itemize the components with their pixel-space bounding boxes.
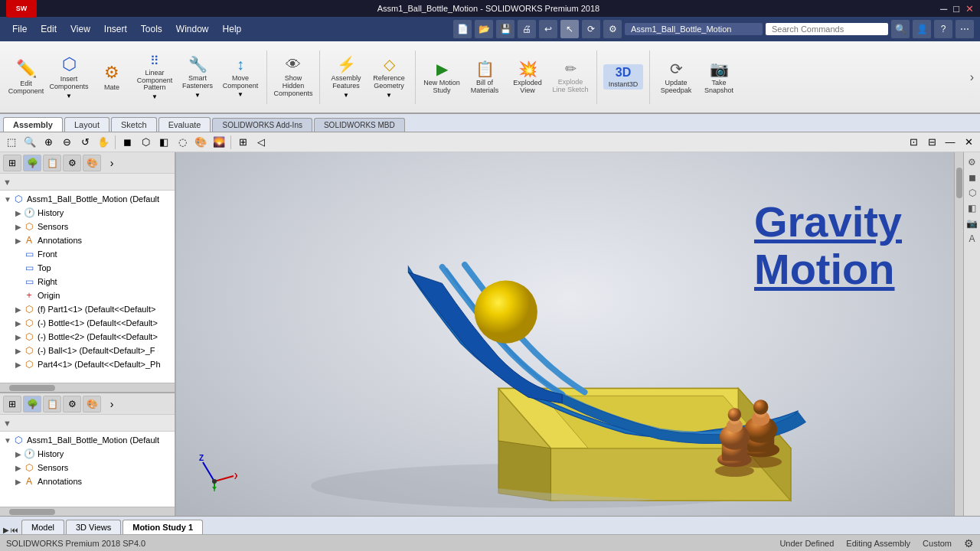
rp-annotation-icon[interactable]: A: [965, 232, 979, 246]
bottom-panel-h-scrollbar[interactable]: [0, 507, 175, 516]
ribbon-btn-assembly-features[interactable]: ⚡ Assembly Features ▼: [326, 54, 366, 100]
tree-item-history[interactable]: ▶ 🕐 History: [2, 206, 173, 220]
display-style-icon[interactable]: ◼: [119, 135, 136, 150]
search-button[interactable]: 🔍: [891, 20, 910, 38]
tree-root[interactable]: ▼ ⬡ Assm1_Ball_Bottle_Motion (Default: [2, 192, 173, 206]
ribbon-btn-update-speedpak[interactable]: ⟳ Update Speedpak: [656, 58, 696, 96]
tree-item-annotations[interactable]: ▶ A Annotations: [2, 233, 173, 247]
collapse-panel-icon[interactable]: ⊟: [923, 135, 940, 150]
undo-icon[interactable]: ↩: [539, 20, 557, 38]
ribbon-btn-edit-component[interactable]: ✏️ Edit Component: [6, 57, 46, 97]
tab-evaluate[interactable]: Evaluate: [158, 117, 211, 132]
tab-assembly[interactable]: Assembly: [3, 117, 63, 132]
print-icon[interactable]: 🖨: [518, 20, 536, 38]
tree-item-bottle1[interactable]: ▶ ⬡ (-) Bottle<1> (Default<<Default>: [2, 316, 173, 330]
sensors-expand-icon[interactable]: ▶: [14, 223, 23, 231]
window-controls[interactable]: ─ □ ✕: [940, 3, 974, 15]
feature-tree-btn[interactable]: 🌳: [23, 155, 41, 171]
filter-icon-btn[interactable]: ⊞: [3, 155, 21, 171]
bottom-property-btn[interactable]: 📋: [43, 396, 61, 412]
play-button[interactable]: ▶: [3, 526, 9, 534]
search-commands-field[interactable]: [766, 23, 888, 35]
motion-root-expand[interactable]: ▼: [3, 436, 12, 445]
motion-tree-annotations[interactable]: ▶ A Annotations: [2, 474, 173, 488]
options-icon[interactable]: ⚙: [603, 20, 622, 38]
motion-annotations-expand[interactable]: ▶: [14, 478, 23, 486]
hide-show-icon[interactable]: ◌: [174, 135, 191, 150]
rp-camera-icon[interactable]: 📷: [965, 217, 979, 230]
view-orient-icon[interactable]: ⬡: [137, 135, 154, 150]
tree-item-sensors[interactable]: ▶ ⬡ Sensors: [2, 220, 173, 233]
rp-display-icon[interactable]: ◼: [965, 171, 979, 184]
bottom-config-btn[interactable]: ⚙: [63, 396, 81, 412]
menu-insert[interactable]: Insert: [98, 22, 133, 36]
zoom-area-icon[interactable]: 🔍: [21, 135, 38, 150]
more-icon[interactable]: ⋯: [956, 20, 974, 38]
bottom-tab-motion-study[interactable]: Motion Study 1: [122, 520, 203, 534]
rp-view-icon[interactable]: ⬡: [965, 186, 979, 200]
ball1-expand-icon[interactable]: ▶: [14, 347, 23, 355]
rebuild-icon[interactable]: ⟳: [582, 20, 600, 38]
scene-icon[interactable]: 🌄: [211, 135, 227, 150]
config-btn[interactable]: ⚙: [63, 155, 81, 171]
tab-layout[interactable]: Layout: [64, 117, 109, 132]
tree-item-part1[interactable]: ▶ ⬡ (f) Part1<1> (Default<<Default>: [2, 302, 173, 316]
tree-item-bottle2[interactable]: ▶ ⬡ (-) Bottle<2> (Default<<Default>: [2, 330, 173, 344]
expand-panel-icon[interactable]: ⊡: [905, 135, 922, 150]
ribbon-btn-insert-components[interactable]: ⬡ Insert Components ▼: [49, 53, 89, 101]
tree-item-top[interactable]: ▭ Top: [2, 261, 173, 275]
tree-item-front[interactable]: ▭ Front: [2, 247, 173, 261]
ribbon-btn-smart-fasteners[interactable]: 🔧 Smart Fasteners ▼: [178, 54, 217, 100]
account-icon[interactable]: 👤: [913, 20, 931, 38]
min-panel-icon[interactable]: —: [942, 135, 959, 150]
bottom-panel-expand-arrow[interactable]: ›: [103, 396, 121, 412]
bottom-appearance-btn[interactable]: 🎨: [83, 396, 101, 412]
annotations-expand-icon[interactable]: ▶: [14, 236, 23, 245]
tab-sketch[interactable]: Sketch: [111, 117, 157, 132]
ribbon-btn-exploded-view[interactable]: 💥 Exploded View: [508, 58, 547, 96]
rewind-button[interactable]: ⏮: [11, 526, 18, 534]
root-expand-icon[interactable]: ▼: [3, 195, 12, 204]
tab-solidworks-addins[interactable]: SOLIDWORKS Add-Ins: [212, 118, 312, 132]
rp-section-icon[interactable]: ◧: [965, 201, 979, 215]
motion-history-expand[interactable]: ▶: [14, 450, 23, 458]
bottle1-expand-icon[interactable]: ▶: [14, 319, 23, 328]
panel-expand-arrow[interactable]: ›: [103, 155, 121, 171]
bottle2-expand-icon[interactable]: ▶: [14, 333, 23, 341]
ribbon-btn-explode-line[interactable]: ✏ Explode Line Sketch: [550, 59, 590, 96]
ribbon-btn-move-component[interactable]: ↕ Move Component ▼: [220, 54, 260, 100]
bottom-tab-model[interactable]: Model: [21, 520, 64, 534]
motion-tree-history[interactable]: ▶ 🕐 History: [2, 447, 173, 461]
new-icon[interactable]: 📄: [453, 20, 472, 38]
menu-help[interactable]: Help: [217, 22, 248, 36]
open-icon[interactable]: 📂: [475, 20, 493, 38]
menu-window[interactable]: Window: [170, 22, 215, 36]
select-icon[interactable]: ↖: [560, 20, 579, 38]
part1-expand-icon[interactable]: ▶: [14, 305, 23, 314]
motion-sensors-expand[interactable]: ▶: [14, 464, 23, 472]
tree-item-origin[interactable]: + Origin: [2, 289, 173, 302]
close-button[interactable]: ✕: [965, 3, 974, 15]
zoom-fit-icon[interactable]: ⬚: [3, 135, 20, 150]
h-scroll-thumb[interactable]: [9, 385, 55, 391]
motion-tree-sensors[interactable]: ▶ ⬡ Sensors: [2, 461, 173, 474]
tree-item-right[interactable]: ▭ Right: [2, 275, 173, 289]
motion-tree-root[interactable]: ▼ ⬡ Assm1_Ball_Bottle_Motion (Default: [2, 433, 173, 447]
ribbon-btn-linear-pattern[interactable]: ⠿ Linear Component Pattern ▼: [135, 52, 175, 103]
3d-viewport[interactable]: Gravity Motion Z X Y: [176, 152, 963, 516]
ribbon-btn-instant3d[interactable]: 3D Instant3D: [603, 64, 643, 90]
ribbon-btn-show-hidden[interactable]: 👁 Show Hidden Components: [273, 54, 313, 99]
v-scroll-thumb[interactable]: [956, 168, 962, 198]
bottom-h-scroll-thumb[interactable]: [9, 509, 55, 515]
menu-edit[interactable]: Edit: [34, 22, 63, 36]
history-expand-icon[interactable]: ▶: [14, 209, 23, 217]
panel-h-scrollbar[interactable]: [0, 383, 175, 392]
property-btn[interactable]: 📋: [43, 155, 61, 171]
viewport-layout-icon[interactable]: ⊞: [234, 135, 251, 150]
pan-icon[interactable]: ✋: [95, 135, 112, 150]
ribbon-btn-take-snapshot[interactable]: 📷 Take Snapshot: [699, 58, 739, 96]
bottom-tree-btn[interactable]: 🌳: [23, 396, 41, 412]
assembly-title-field[interactable]: [625, 23, 763, 35]
ribbon-expand-icon[interactable]: ›: [970, 70, 974, 84]
section-view-icon[interactable]: ◧: [155, 135, 172, 150]
